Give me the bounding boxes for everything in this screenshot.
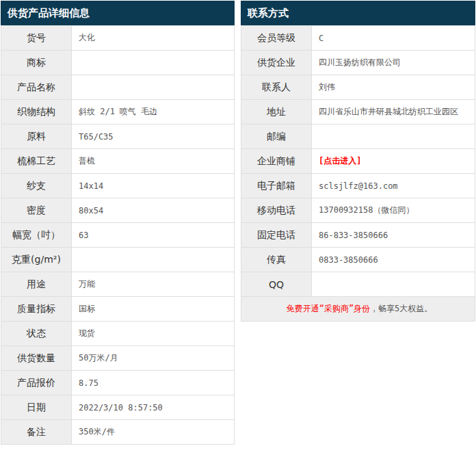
row-value: 86-833-3850666 [312,223,475,248]
row-label: 会员等级 [241,26,312,51]
row-label: 产品报价 [1,371,72,395]
row-value: 现货 [72,322,235,346]
row-value: 四川省乐山市井研县城北纺织工业园区 [312,100,475,125]
row-value: T65/C35 [72,125,235,149]
row-label: 移动电话 [241,198,312,223]
table-row: 会员等级C [241,26,475,51]
table-row: 状态现货 [1,322,235,346]
row-label: 克重(g/m²) [1,248,72,272]
row-label: 梳棉工艺 [1,149,72,174]
row-label: 固定电话 [241,223,312,248]
row-value: 刘伟 [312,75,475,100]
table-row: 原料T65/C35 [1,125,235,149]
contact-table: 会员等级C供货企业四川玉扬纺织有限公司联系人刘伟地址四川省乐山市井研县城北纺织工… [241,25,475,322]
table-row: 幅宽（吋）63 [1,223,235,248]
row-label: 原料 [1,125,72,149]
row-label: 织物结构 [1,100,72,125]
row-value: 四川玉扬纺织有限公司 [312,51,475,75]
row-label: 联系人 [241,75,312,100]
row-label: 供货数量 [1,346,72,371]
row-label: 地址 [241,100,312,125]
row-label: 备注 [1,420,72,445]
contact-rows: 会员等级C供货企业四川玉扬纺织有限公司联系人刘伟地址四川省乐山市井研县城北纺织工… [241,26,475,297]
buyer-upgrade-link[interactable]: 免费开通“采购商”身份 [287,304,370,313]
row-value: 万能 [72,272,235,297]
product-detail-table: 货号大化商标产品名称织物结构斜纹 2/1 喷气 毛边原料T65/C35梳棉工艺普… [1,25,235,445]
row-value: 8.75 [72,371,235,395]
row-value: 斜纹 2/1 喷气 毛边 [72,100,235,125]
row-label: 产品名称 [1,75,72,100]
page: 供货产品详细信息 货号大化商标产品名称织物结构斜纹 2/1 喷气 毛边原料T65… [0,0,476,445]
row-value: 0833-3850666 [312,248,475,272]
table-row: 质量指标国标 [1,297,235,322]
row-value [312,125,475,149]
row-value: [点击进入] [312,149,475,174]
row-label: 用途 [1,272,72,297]
table-row: 日期2022/3/10 8:57:50 [1,395,235,420]
row-value: 14x14 [72,174,235,198]
table-row: 电子邮箱sclsjlfz@163.com [241,174,475,198]
buyer-upgrade-notice-row: 免费开通“采购商”身份，畅享5大权益。 [241,297,475,322]
row-label: 密度 [1,198,72,223]
table-row: 地址四川省乐山市井研县城北纺织工业园区 [241,100,475,125]
product-panel-title: 供货产品详细信息 [1,1,235,25]
row-label: 传真 [241,248,312,272]
contact-info-panel: 联系方式 会员等级C供货企业四川玉扬纺织有限公司联系人刘伟地址四川省乐山市井研县… [241,1,475,322]
table-row: 产品名称 [1,75,235,100]
row-label: 邮编 [241,125,312,149]
table-row: 产品报价8.75 [1,371,235,395]
table-row: 货号大化 [1,26,235,51]
row-label: 货号 [1,26,72,51]
row-label: 纱支 [1,174,72,198]
row-value: 大化 [72,26,235,51]
table-row: 企业商铺[点击进入] [241,149,475,174]
table-row: 固定电话86-833-3850666 [241,223,475,248]
table-row: QQ [241,272,475,297]
row-label: 电子邮箱 [241,174,312,198]
row-label: 商标 [1,51,72,75]
table-row: 备注350米/件 [1,420,235,445]
table-row: 邮编 [241,125,475,149]
row-value: 2022/3/10 8:57:50 [72,395,235,420]
table-row: 纱支14x14 [1,174,235,198]
table-row: 梳棉工艺普梳 [1,149,235,174]
row-label: QQ [241,272,312,297]
table-row: 供货数量50万米/月 [1,346,235,371]
row-value: 63 [72,223,235,248]
table-row: 用途万能 [1,272,235,297]
table-row: 移动电话13700932158（微信同） [241,198,475,223]
contact-panel-title: 联系方式 [241,1,475,25]
table-row: 联系人刘伟 [241,75,475,100]
row-value: 80x54 [72,198,235,223]
product-detail-rows: 货号大化商标产品名称织物结构斜纹 2/1 喷气 毛边原料T65/C35梳棉工艺普… [1,26,235,445]
table-row: 克重(g/m²) [1,248,235,272]
row-value: 13700932158（微信同） [312,198,475,223]
table-row: 密度80x54 [1,198,235,223]
buyer-upgrade-notice-rest: ，畅享5大权益。 [370,304,432,313]
row-value [72,75,235,100]
row-value [72,248,235,272]
row-value: 普梳 [72,149,235,174]
row-label: 日期 [1,395,72,420]
row-label: 幅宽（吋） [1,223,72,248]
row-value: 50万米/月 [72,346,235,371]
row-label: 企业商铺 [241,149,312,174]
row-label: 供货企业 [241,51,312,75]
row-value: C [312,26,475,51]
row-label: 状态 [1,322,72,346]
row-value: sclsjlfz@163.com [312,174,475,198]
table-row: 商标 [1,51,235,75]
shop-enter-link[interactable]: [点击进入] [319,156,361,166]
row-value [312,272,475,297]
table-row: 供货企业四川玉扬纺织有限公司 [241,51,475,75]
row-label: 质量指标 [1,297,72,322]
row-value: 350米/件 [72,420,235,445]
buyer-upgrade-notice: 免费开通“采购商”身份，畅享5大权益。 [241,297,475,322]
table-row: 织物结构斜纹 2/1 喷气 毛边 [1,100,235,125]
row-value [72,51,235,75]
table-row: 传真0833-3850666 [241,248,475,272]
row-value: 国标 [72,297,235,322]
product-info-panel: 供货产品详细信息 货号大化商标产品名称织物结构斜纹 2/1 喷气 毛边原料T65… [1,1,235,445]
